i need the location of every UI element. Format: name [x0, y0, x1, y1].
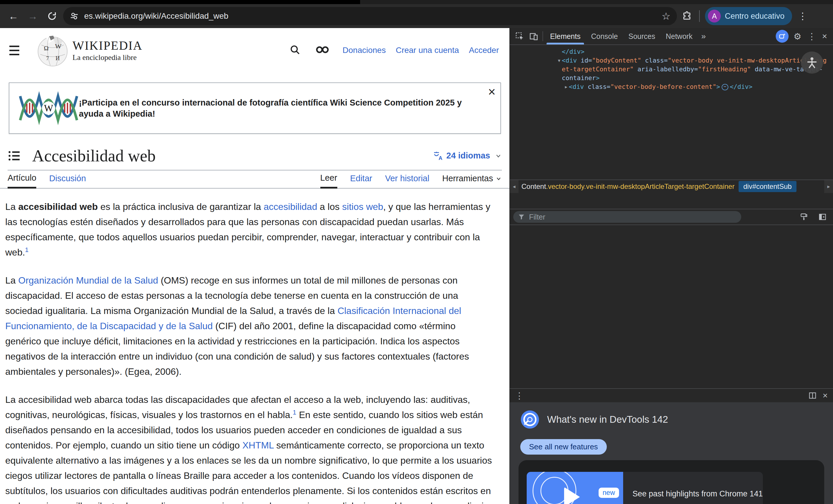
wordmark-tagline: La enciclopedia libre [72, 53, 143, 62]
settings-gear-icon[interactable]: ⚙ [790, 30, 804, 43]
devtools-panel: ElementsConsoleSourcesNetwork » ⚙ ⋮ × </… [509, 28, 833, 504]
styles-pane [510, 225, 833, 388]
dom-tree-row[interactable]: container> [510, 74, 833, 82]
chevron-down-icon [495, 175, 502, 182]
svg-text:A: A [438, 155, 442, 161]
article-link[interactable]: sitios web [342, 201, 383, 212]
devtools-tab-sources[interactable]: Sources [623, 28, 661, 44]
ai-assistance-icon[interactable] [776, 30, 789, 43]
url-text[interactable]: es.wikipedia.org/wiki/Accesibilidad_web [84, 11, 657, 21]
breadcrumb[interactable]: Content.vector-body.ve-init-mw-desktopAr… [519, 181, 824, 192]
device-toolbar-icon[interactable] [527, 30, 541, 43]
breadcrumb-parent-classes[interactable]: .vector-body.ve-init-mw-desktopArticleTa… [546, 183, 735, 191]
article-title-row: Accesibilidad web A 24 idiomas [7, 146, 502, 170]
tab-leer[interactable]: Leer [320, 173, 337, 189]
whats-new-card[interactable]: new See past highlights from Chrome 141 [519, 460, 824, 504]
accessibility-person-icon[interactable] [801, 51, 823, 74]
article-link[interactable]: Clasificación Internacional del Funciona… [5, 306, 461, 331]
main-menu-icon[interactable] [7, 44, 21, 57]
drawer-close-icon[interactable]: × [819, 390, 831, 401]
highlight-card-text[interactable]: See past highlights from Chrome 141 [623, 472, 763, 504]
expand-arrow-icon[interactable]: ▼ [556, 56, 562, 65]
banner-text[interactable]: ¡Participa en el concurso internacional … [79, 97, 483, 119]
wikipedia-globe-logo[interactable]: Ω W И 7 [38, 33, 68, 67]
dom-tree-row[interactable]: ▶<div class="vector-body-before-content"… [510, 82, 833, 91]
devtools-tab-console[interactable]: Console [586, 28, 623, 44]
styles-filter-field[interactable] [513, 211, 741, 223]
chevron-down-icon [495, 152, 502, 159]
article-link[interactable]: accesibilidad [264, 201, 317, 212]
more-panels-icon[interactable]: » [698, 31, 709, 41]
wiki-science-dna-logo: W [18, 90, 79, 126]
extensions-puzzle-icon[interactable] [680, 10, 694, 23]
expand-children-icon[interactable]: ⋯ [722, 84, 728, 90]
glasses-icon[interactable] [316, 45, 329, 55]
tab-editar[interactable]: Editar [350, 173, 372, 188]
header-link-crear-una-cuenta[interactable]: Crear una cuenta [396, 46, 459, 55]
forward-button[interactable]: → [25, 8, 41, 24]
devtools-tabs: ElementsConsoleSourcesNetwork [545, 28, 698, 44]
see-all-features-button[interactable]: See all new features [520, 439, 607, 455]
devtools-tab-network[interactable]: Network [661, 28, 698, 44]
drawer-menu-icon[interactable]: ⋮ [512, 390, 527, 401]
inspect-element-icon[interactable] [513, 30, 527, 43]
dom-tree-row[interactable]: et-targetContainer" aria-labelledby="fir… [510, 65, 833, 74]
filter-funnel-icon [518, 213, 525, 220]
breadcrumb-scroll-left-icon[interactable]: ◂ [510, 180, 519, 193]
article-paragraph: La accesibilidad web abarca todas las di… [5, 392, 493, 504]
reference-link[interactable]: 1 [25, 246, 29, 254]
tab-artículo[interactable]: Artículo [7, 173, 36, 189]
devtools-menu-icon[interactable]: ⋮ [804, 31, 819, 42]
search-icon[interactable] [289, 44, 301, 56]
wikipedia-wordmark[interactable]: WIKIPEDIA La enciclopedia libre [72, 39, 143, 62]
tab-herramientas[interactable]: Herramientas [442, 173, 502, 188]
filter-input[interactable] [528, 213, 704, 222]
devtools-close-icon[interactable]: × [819, 31, 830, 41]
reference-link[interactable]: 1 [293, 409, 296, 416]
dom-tree: </div>▼<div id="bodyContent" class="vect… [510, 45, 833, 179]
breadcrumb-parent[interactable]: Content [521, 183, 546, 191]
toc-list-icon[interactable] [7, 150, 21, 162]
banner-close-icon[interactable]: × [488, 86, 496, 98]
content-row: Ω W И 7 WIKIPEDIA La enciclopedia libre … [0, 28, 833, 504]
dom-tree-row[interactable]: ▼<div id="bodyContent" class="vector-bod… [510, 56, 833, 65]
address-bar[interactable]: es.wikipedia.org/wiki/Accesibilidad_web … [63, 7, 677, 25]
language-selector[interactable]: A 24 idiomas [433, 151, 502, 161]
article-link[interactable]: Organización Mundial de la Salud [18, 275, 158, 286]
active-browser-tab[interactable] [0, 0, 360, 4]
drawer-tabs: ⋮ × [510, 389, 833, 402]
rendering-brush-icon[interactable] [797, 211, 811, 223]
browser-tab-strip [0, 0, 833, 4]
styles-sidebar-tabs [510, 193, 833, 209]
wiki-header: Ω W И 7 WIKIPEDIA La enciclopedia libre … [0, 28, 509, 72]
header-link-donaciones[interactable]: Donaciones [342, 46, 386, 55]
devtools-drawer: ⋮ × [510, 388, 833, 504]
sidebar-toggle-icon[interactable] [815, 211, 830, 223]
svg-text:Ω: Ω [44, 44, 49, 52]
play-icon[interactable] [564, 487, 580, 504]
article-link[interactable]: XHTML [242, 440, 273, 451]
profile-button[interactable]: A Centro educativo [705, 7, 792, 25]
styles-filter-row [510, 209, 833, 225]
reload-button[interactable] [44, 8, 60, 24]
highlight-video-thumbnail[interactable]: new [527, 472, 623, 504]
browser-menu-icon[interactable]: ⋮ [795, 10, 810, 22]
wiki-nav-links: DonacionesCrear una cuentaAcceder [342, 46, 499, 55]
language-count: 24 idiomas [446, 151, 490, 161]
devtools-tab-elements[interactable]: Elements [545, 28, 586, 44]
dom-tree-row[interactable]: </div> [510, 47, 833, 56]
drawer-split-icon[interactable] [806, 389, 819, 402]
back-button[interactable]: ← [5, 8, 22, 24]
breadcrumb-scroll-right-icon[interactable]: ▸ [824, 180, 833, 193]
expand-arrow-icon[interactable]: ▶ [564, 82, 569, 91]
dom-breadcrumb-bar: ◂ Content.vector-body.ve-init-mw-desktop… [510, 179, 833, 193]
header-link-acceder[interactable]: Acceder [469, 46, 499, 55]
svg-text:И: И [55, 55, 60, 62]
tab-ver-historial[interactable]: Ver historial [385, 173, 429, 188]
site-settings-icon[interactable] [70, 11, 79, 21]
tab-discusión[interactable]: Discusión [49, 173, 86, 188]
bookmark-star-icon[interactable]: ☆ [662, 10, 670, 22]
profile-label: Centro educativo [725, 12, 784, 21]
breadcrumb-selected-node[interactable]: div#contentSub [739, 181, 796, 192]
chrome-logo-icon [520, 410, 540, 429]
